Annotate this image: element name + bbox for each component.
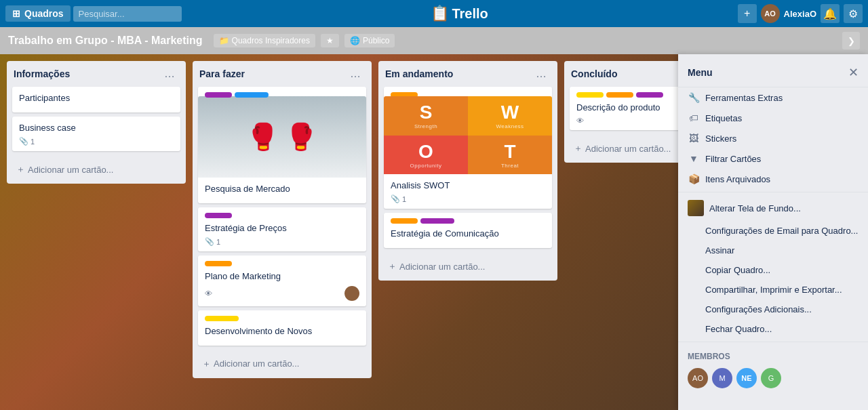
label-blue	[235, 92, 269, 98]
avatar[interactable]: AO	[761, 4, 780, 23]
card-pesquisa-mercado[interactable]: 🥊 🥊 Pesquisa de Mercado	[198, 87, 366, 203]
menu-item-label-ferramentas: Ferramentas Extras	[705, 93, 783, 103]
menu-item-filtrar[interactable]: ▼ Filtrar Cartões	[678, 148, 868, 169]
card-desenvolvimento[interactable]: Desenvolvimento de Novos	[198, 310, 366, 346]
settings-button[interactable]: ⚙	[844, 4, 863, 23]
card-badges-estrategia-precos: 📎 1	[205, 237, 359, 246]
clip-icon: 📎	[19, 137, 28, 146]
menu-item-etiquetas[interactable]: 🏷 Etiquetas	[678, 108, 868, 128]
list-header-para-fazer: Para fazer …	[193, 61, 372, 84]
list-menu-button-informacoes[interactable]: …	[160, 66, 179, 81]
card-estrategia-precos[interactable]: Estratégia de Preços 📎 1	[198, 207, 366, 251]
menu-item-label-fundo: Alterar Tela de Fundo...	[709, 203, 801, 213]
public-label: Público	[363, 36, 389, 45]
boxing-glove-right: 🥊	[285, 122, 317, 152]
list-cards-para-fazer: 🥊 🥊 Pesquisa de Mercado Estratégia de Pr…	[193, 84, 372, 352]
list-title-concluido: Concluído	[571, 68, 617, 79]
label-orange	[606, 92, 633, 98]
card-business-case[interactable]: Business case 📎 1	[12, 117, 180, 151]
list-header-informacoes: Informações …	[7, 61, 186, 84]
menu-sub-item-config-adicionais[interactable]: Configurações Adicionais...	[678, 300, 868, 319]
member-avatar-ne[interactable]: NE	[736, 368, 757, 388]
menu-item-label-filtrar: Filtrar Cartões	[705, 154, 761, 164]
menu-sub-item-copiar[interactable]: Copiar Quadro...	[678, 260, 868, 280]
plus-icon-para-fazer: ＋	[202, 358, 211, 370]
attachment-count: 1	[31, 138, 35, 146]
label-yellow	[205, 316, 239, 321]
attachment-count: 1	[216, 238, 220, 246]
username-label: AlexiaO	[784, 9, 816, 19]
list-menu-button-em-andamento[interactable]: …	[532, 66, 551, 81]
member-avatar-3[interactable]: G	[761, 368, 781, 388]
swot-image: S Strength W Weakness O Opportunity T Th…	[384, 96, 552, 174]
add-card-button-em-andamento[interactable]: ＋ Adicionar um cartão...	[384, 258, 552, 275]
plus-icon-em-andamento: ＋	[388, 260, 397, 272]
menu-close-button[interactable]: ✕	[848, 65, 859, 80]
card-analisis-swot[interactable]: S Strength W Weakness O Opportunity T Th…	[384, 87, 552, 209]
menu-item-stickers[interactable]: 🖼 Stickers	[678, 128, 868, 148]
card-plano-marketing[interactable]: Plano de Marketing 👁	[198, 255, 366, 306]
card-title-swot: Analisis SWOT	[391, 180, 545, 192]
wrench-icon: 🔧	[688, 92, 700, 103]
add-card-button-para-fazer[interactable]: ＋ Adicionar um cartão...	[198, 355, 366, 373]
member-avatar-1[interactable]: AO	[688, 368, 708, 388]
card-participantes[interactable]: Participantes	[12, 87, 180, 112]
add-card-button-informacoes[interactable]: ＋ Adicionar um cartão...	[12, 161, 180, 178]
menu-sub-item-assinar[interactable]: Assinar	[678, 241, 868, 260]
public-button[interactable]: 🌐 Público	[344, 34, 395, 47]
menu-sub-item-email[interactable]: Configurações de Email para Quadro...	[678, 221, 868, 241]
globe-icon: 🌐	[350, 36, 360, 45]
member-avatar-2[interactable]: M	[712, 368, 732, 388]
card-footer-plano: 👁	[205, 286, 359, 301]
star-icon: ★	[326, 36, 334, 45]
card-badges-business-case: 📎 1	[19, 137, 174, 146]
menu-item-label-arquivados: Itens Arquivados	[705, 174, 770, 184]
menu-item-arquivados[interactable]: 📦 Itens Arquivados	[678, 169, 868, 189]
sticker-icon: 🖼	[688, 133, 700, 144]
add-card-label-para-fazer: Adicionar um cartão...	[214, 358, 299, 369]
card-title-business-case: Business case	[19, 122, 174, 134]
board-header-actions: 📁 Quadros Inspiradores ★ 🌐 Público	[214, 34, 395, 47]
attachment-badge-swot: 📎 1	[391, 194, 406, 203]
star-button[interactable]: ★	[321, 34, 339, 47]
logo-area: 📋 Trello	[184, 5, 735, 22]
label-purple	[420, 218, 454, 224]
inspired-boards-button[interactable]: 📁 Quadros Inspiradores	[214, 34, 315, 47]
list-menu-button-para-fazer[interactable]: …	[346, 66, 365, 81]
watch-badge: 👁	[205, 289, 212, 298]
plus-icon: +	[744, 7, 750, 20]
grid-icon: ⊞	[12, 8, 20, 19]
menu-item-alterar-fundo[interactable]: Alterar Tela de Fundo...	[678, 195, 868, 221]
members-row: AO M NE G	[678, 364, 868, 392]
inspired-label: Quadros Inspiradores	[232, 36, 310, 45]
card-title-pesquisa: Pesquisa de Mercado	[205, 183, 359, 195]
watch-badge-descricao: 👁	[576, 117, 584, 125]
close-icon: ✕	[848, 66, 859, 79]
expand-menu-button[interactable]: ❯	[842, 32, 860, 49]
search-input[interactable]	[73, 6, 182, 22]
menu-sub-item-fechar[interactable]: Fechar Quadro...	[678, 319, 868, 339]
menu-item-ferramentas[interactable]: 🔧 Ferramentas Extras	[678, 87, 868, 108]
card-title-comunicacao: Estratégia de Comunicação	[391, 228, 545, 240]
menu-item-label-etiquetas: Etiquetas	[705, 113, 742, 123]
boards-button[interactable]: ⊞ Quadros	[5, 5, 71, 22]
add-card-label-informacoes: Adicionar um cartão...	[28, 165, 113, 175]
plus-icon-informacoes: ＋	[16, 163, 25, 176]
folder-icon: 📁	[219, 36, 229, 45]
swot-w: W Weakness	[468, 96, 552, 136]
top-nav: ⊞ Quadros 📋 Trello + AO AlexiaO 🔔 ⚙	[0, 0, 868, 27]
label-purple	[636, 92, 663, 98]
notifications-button[interactable]: 🔔	[821, 4, 840, 23]
add-button[interactable]: +	[738, 4, 757, 23]
menu-sub-item-compartilhar[interactable]: Compartilhar, Imprimir e Exportar...	[678, 280, 868, 300]
menu-item-label-stickers: Stickers	[705, 134, 736, 144]
card-labels-estrategia-precos	[205, 213, 359, 218]
attachment-badge: 📎 1	[205, 237, 220, 246]
list-title-informacoes: Informações	[14, 68, 70, 79]
card-title-desenvolvimento: Desenvolvimento de Novos	[205, 325, 359, 337]
plus-icon-concluido: ＋	[574, 142, 583, 155]
boxing-image: 🥊 🥊	[198, 96, 366, 178]
card-title-participantes: Participantes	[19, 92, 174, 104]
card-labels-comunicacao	[391, 218, 545, 224]
card-estrategia-comunicacao[interactable]: Estratégia de Comunicação	[384, 213, 552, 248]
